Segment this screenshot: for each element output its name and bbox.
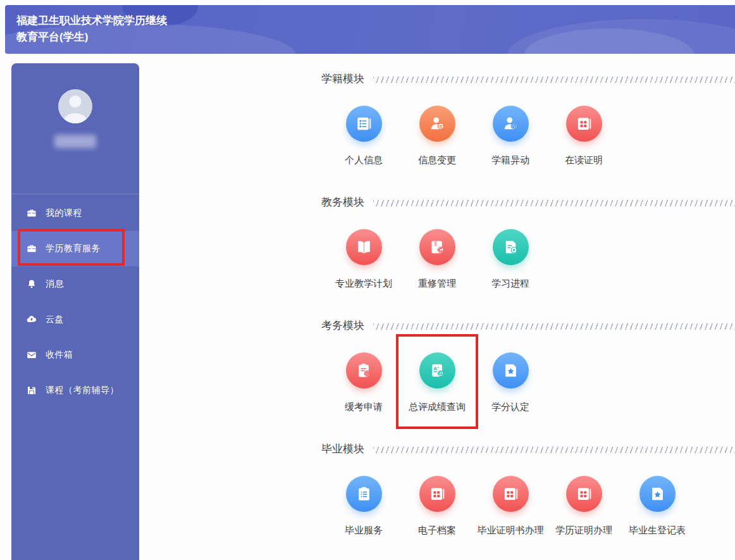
book-grid-icon [574, 114, 594, 134]
doc-play-icon [501, 237, 521, 257]
section-exam-affairs-module: 考务模块 缓考申请 A+ 总评成绩查询 学分认定 [321, 318, 735, 412]
module-item-electronic-archives[interactable]: 电子档案 [400, 476, 474, 535]
section-items: 专业教学计划 重修管理 学习进程 [327, 229, 735, 289]
disk-icon [26, 385, 37, 396]
page: 福建卫生职业技术学院学历继续教育平台(学生) 我的课程 学历教育服务 消息 云盘… [0, 0, 735, 560]
bell-icon [26, 278, 37, 290]
icon-circle [639, 476, 676, 512]
avatar-body-shape [64, 113, 87, 123]
clipboard-list-icon [354, 484, 374, 504]
icon-circle [493, 106, 529, 142]
module-item-graduation-services[interactable]: 毕业服务 [327, 476, 400, 535]
sidebar-item-label: 学历教育服务 [46, 243, 101, 254]
icon-circle [419, 229, 455, 265]
module-item-label: 学籍异动 [491, 155, 529, 165]
hatch-divider [373, 77, 735, 83]
module-item-label: 专业教学计划 [335, 278, 392, 289]
icon-circle [346, 352, 382, 389]
icon-circle [493, 229, 529, 265]
module-item-label: 学习进程 [491, 278, 529, 289]
icon-circle [346, 106, 382, 142]
section-items: 缓考申请 A+ 总评成绩查询 学分认定 [327, 352, 735, 412]
sidebar-item-label: 课程（考前辅导） [46, 385, 119, 396]
envelope-icon [26, 349, 37, 361]
module-item-label: 学分认定 [491, 402, 529, 412]
module-item-info-change[interactable]: 信息变更 [400, 106, 474, 165]
hatch-divider [373, 447, 735, 453]
section-header: 教务模块 [321, 195, 735, 209]
cloud-upload-icon [26, 314, 37, 325]
sidebar-item-cloud-drive[interactable]: 云盘 [11, 302, 139, 337]
module-item-label: 在读证明 [565, 155, 603, 165]
module-item-status-change[interactable]: 学籍异动 [474, 106, 547, 165]
module-item-learning-progress[interactable]: 学习进程 [474, 229, 547, 289]
icon-circle: A+ [419, 352, 455, 389]
username-blurred [54, 135, 96, 148]
module-item-label: 总评成绩查询 [409, 402, 466, 412]
icon-circle [493, 352, 529, 389]
app-title: 福建卫生职业技术学院学历继续教育平台(学生) [5, 5, 171, 46]
section-academic-affairs-module: 教务模块 专业教学计划 重修管理 学习进程 [321, 195, 735, 289]
sidebar-item-pre-exam-tutoring-courses[interactable]: 课程（考前辅导） [11, 373, 139, 408]
module-item-final-score-query[interactable]: A+ 总评成绩查询 [400, 352, 474, 412]
module-item-label: 毕业证明书办理 [478, 525, 544, 535]
sidebar-item-inbox[interactable]: 收件箱 [11, 337, 139, 373]
notebook-icon [354, 114, 374, 134]
header-decoration [524, 28, 695, 54]
hatch-divider [373, 323, 735, 330]
book-grid-icon [428, 484, 447, 504]
section-title: 教务模块 [321, 195, 364, 209]
book-grid-icon [501, 484, 521, 504]
sidebar-menu: 我的课程 学历教育服务 消息 云盘 收件箱 课程（考前辅导） [11, 194, 139, 408]
section-header: 考务模块 [321, 318, 735, 332]
icon-circle [419, 106, 455, 142]
module-item-degree-certificate[interactable]: 学历证明办理 [547, 476, 621, 535]
module-item-label: 毕业生登记表 [629, 525, 686, 535]
sidebar-item-label: 收件箱 [46, 349, 73, 361]
section-title: 学籍模块 [321, 72, 364, 86]
icon-circle [419, 476, 455, 512]
avatar [58, 89, 92, 123]
clipboard-clock-icon [354, 361, 374, 380]
module-item-label: 毕业服务 [345, 525, 383, 535]
section-header: 毕业模块 [321, 442, 735, 456]
section-items: 个人信息 信息变更 学籍异动 在读证明 [327, 106, 735, 165]
open-book-icon [354, 237, 374, 257]
briefcase-icon [26, 208, 37, 219]
module-item-personal-info[interactable]: 个人信息 [327, 106, 400, 165]
module-item-label: 个人信息 [345, 155, 383, 165]
section-header: 学籍模块 [321, 72, 735, 85]
section-graduation-module: 毕业模块 毕业服务 电子档案 毕业证明书办理 学历证明办理 毕业生登记表 [321, 442, 735, 535]
person-edit-icon [428, 114, 447, 134]
sidebar: 我的课程 学历教育服务 消息 云盘 收件箱 课程（考前辅导） [11, 63, 139, 560]
module-item-label: 学历证明办理 [555, 525, 612, 535]
sidebar-item-label: 云盘 [46, 314, 64, 325]
module-item-graduate-registration[interactable]: 毕业生登记表 [621, 476, 694, 535]
module-item-major-teaching-plan[interactable]: 专业教学计划 [327, 229, 400, 289]
app-header: 福建卫生职业技术学院学历继续教育平台(学生) [5, 5, 735, 54]
hatch-divider [373, 200, 735, 206]
module-item-label: 信息变更 [418, 155, 456, 165]
header-decoration [507, 19, 735, 54]
section-title: 毕业模块 [321, 442, 364, 456]
module-item-label: 电子档案 [418, 525, 456, 535]
module-item-credit-recognition[interactable]: 学分认定 [474, 352, 547, 412]
icon-circle [566, 106, 602, 142]
score-search-icon: A+ [428, 361, 447, 380]
icon-circle [346, 229, 382, 265]
module-item-deferred-exam-application[interactable]: 缓考申请 [327, 352, 400, 412]
icon-circle [493, 476, 529, 512]
person-status-icon [501, 114, 521, 134]
briefcase-icon [26, 243, 37, 254]
page-star-icon [501, 361, 521, 380]
sidebar-item-my-courses[interactable]: 我的课程 [11, 196, 139, 231]
sidebar-item-degree-education-services[interactable]: 学历教育服务 [11, 231, 139, 266]
module-item-enrollment-certificate[interactable]: 在读证明 [547, 106, 621, 165]
sidebar-item-messages[interactable]: 消息 [11, 266, 139, 302]
svg-text:+: + [436, 365, 438, 369]
section-title: 考务模块 [321, 318, 364, 333]
module-item-graduation-certificate[interactable]: 毕业证明书办理 [474, 476, 547, 535]
module-item-retake-management[interactable]: 重修管理 [400, 229, 474, 289]
section-items: 毕业服务 电子档案 毕业证明书办理 学历证明办理 毕业生登记表 [327, 476, 735, 535]
sidebar-item-label: 消息 [46, 278, 64, 290]
